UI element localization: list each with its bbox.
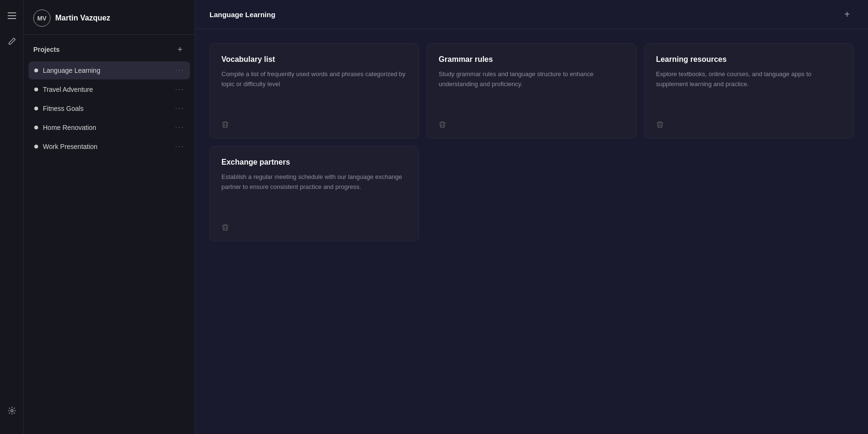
project-more-menu[interactable]: ··· bbox=[175, 123, 184, 132]
delete-card-button[interactable] bbox=[439, 121, 446, 128]
sidebar-item-travel-adventure[interactable]: Travel Adventure ··· bbox=[29, 80, 190, 99]
svg-rect-2 bbox=[8, 18, 16, 19]
svg-point-3 bbox=[10, 410, 13, 412]
project-dot bbox=[34, 88, 38, 91]
projects-section-header: Projects + bbox=[24, 35, 195, 59]
settings-icon[interactable] bbox=[4, 403, 20, 419]
sidebar: MV Martin Vazquez Projects + Language Le… bbox=[24, 0, 195, 434]
project-name: Home Renovation bbox=[43, 124, 96, 131]
sidebar-item-work-presentation[interactable]: Work Presentation ··· bbox=[29, 138, 190, 156]
card-grammar-rules[interactable]: Grammar rules Study grammar rules and la… bbox=[427, 43, 636, 138]
delete-card-button[interactable] bbox=[221, 121, 229, 128]
sidebar-item-fitness-goals[interactable]: Fitness Goals ··· bbox=[29, 99, 190, 118]
project-dot bbox=[34, 69, 38, 72]
sidebar-item-language-learning[interactable]: Language Learning ··· bbox=[29, 61, 190, 79]
menu-icon[interactable] bbox=[4, 8, 20, 24]
card-learning-resources[interactable]: Learning resources Explore textbooks, on… bbox=[644, 43, 854, 138]
edit-icon[interactable] bbox=[4, 33, 20, 49]
project-dot bbox=[34, 145, 38, 148]
card-title: Vocabulary list bbox=[221, 55, 407, 64]
card-description: Establish a regular meeting schedule wit… bbox=[221, 172, 407, 212]
card-exchange-partners[interactable]: Exchange partners Establish a regular me… bbox=[210, 146, 419, 241]
add-project-button[interactable]: + bbox=[175, 44, 185, 55]
project-dot bbox=[34, 126, 38, 129]
main-header: Language Learning + bbox=[195, 0, 868, 29]
project-name: Language Learning bbox=[43, 67, 100, 74]
project-more-menu[interactable]: ··· bbox=[175, 142, 184, 151]
delete-card-button[interactable] bbox=[656, 121, 664, 128]
add-card-button[interactable]: + bbox=[840, 8, 854, 21]
project-more-menu[interactable]: ··· bbox=[175, 85, 184, 94]
card-description: Study grammar rules and language structu… bbox=[439, 69, 624, 109]
avatar: MV bbox=[33, 10, 50, 27]
project-name: Travel Adventure bbox=[43, 86, 93, 93]
projects-label: Projects bbox=[33, 46, 60, 53]
card-vocabulary-list[interactable]: Vocabulary list Compile a list of freque… bbox=[210, 43, 419, 138]
main-title: Language Learning bbox=[210, 10, 275, 19]
card-title: Learning resources bbox=[656, 55, 842, 64]
project-list: Language Learning ··· Travel Adventure ·… bbox=[24, 59, 195, 158]
project-dot bbox=[34, 107, 38, 110]
sidebar-header: MV Martin Vazquez bbox=[24, 0, 195, 35]
card-description: Explore textbooks, online courses, and l… bbox=[656, 69, 842, 109]
svg-rect-1 bbox=[8, 15, 16, 16]
delete-card-button[interactable] bbox=[221, 224, 229, 231]
project-name: Fitness Goals bbox=[43, 105, 84, 112]
svg-rect-0 bbox=[8, 12, 16, 13]
card-description: Compile a list of frequently used words … bbox=[221, 69, 407, 109]
cards-grid: Vocabulary list Compile a list of freque… bbox=[195, 29, 868, 256]
project-name: Work Presentation bbox=[43, 143, 98, 150]
card-title: Exchange partners bbox=[221, 158, 407, 167]
sidebar-item-home-renovation[interactable]: Home Renovation ··· bbox=[29, 118, 190, 137]
card-title: Grammar rules bbox=[439, 55, 624, 64]
project-more-menu[interactable]: ··· bbox=[175, 66, 184, 75]
main-content: Language Learning + Vocabulary list Comp… bbox=[195, 0, 868, 434]
icon-bar bbox=[0, 0, 24, 434]
project-more-menu[interactable]: ··· bbox=[175, 104, 184, 113]
user-name: Martin Vazquez bbox=[55, 14, 110, 22]
